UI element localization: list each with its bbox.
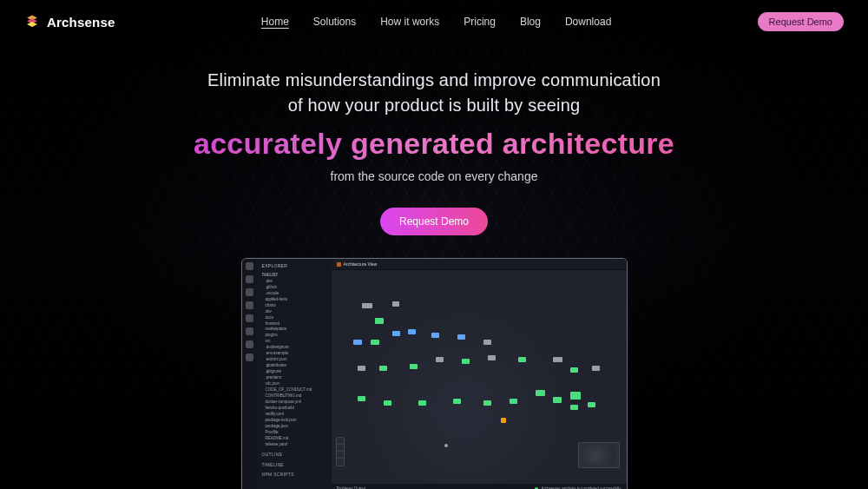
graph-node [510, 399, 517, 404]
activity-icon [246, 354, 253, 361]
tree-item: .github [262, 285, 327, 291]
graph-node [483, 340, 491, 345]
zoom-fit-button [337, 452, 344, 459]
graph-node [483, 400, 491, 406]
tree-item: vdc.json [262, 381, 327, 387]
graph-node [518, 357, 526, 362]
activity-icon [246, 275, 253, 283]
graph-node [553, 397, 562, 403]
section-timeline: TIMELINE [262, 462, 327, 469]
tree-item: .dockerignore [262, 345, 327, 351]
brand[interactable]: Archsense [24, 14, 115, 30]
graph-node [358, 366, 365, 371]
svg-marker-2 [27, 22, 37, 27]
graph-node [592, 366, 600, 371]
architecture-canvas [332, 270, 627, 484]
explorer-title: EXPLORER [262, 263, 327, 270]
graph-node [570, 392, 581, 400]
tree-root: THELIST [262, 273, 327, 279]
activity-icon [246, 301, 253, 309]
zoom-out-button [337, 445, 344, 452]
graph-node [536, 390, 545, 396]
tree-item: README.md [262, 436, 327, 442]
activity-icon [246, 288, 253, 296]
nav-links: Home Solutions How it works Pricing Blog… [261, 16, 612, 28]
brand-name: Archsense [47, 15, 115, 30]
tree-item: .gitattributes [262, 363, 327, 369]
nav-link-solutions[interactable]: Solutions [313, 16, 356, 28]
graph-node [501, 418, 506, 423]
activity-icon [246, 314, 253, 322]
tree-item: .env.example [262, 351, 327, 357]
graph-node [358, 396, 365, 401]
tree-item: docker-compose.yml [262, 400, 327, 406]
hero: Eliminate misunderstandings and improve … [0, 68, 868, 235]
graph-node [384, 400, 391, 406]
hero-request-demo-button[interactable]: Request Demo [380, 208, 488, 235]
top-nav: Archsense Home Solutions How it works Pr… [0, 0, 868, 43]
status-bar: Problems Output Archsense: analysis is c… [332, 484, 627, 489]
graph-node [436, 357, 444, 362]
nav-link-home[interactable]: Home [261, 16, 289, 28]
tree-item: plugins [262, 333, 327, 339]
tree-item: .prettierrc [262, 375, 327, 381]
graph-node [362, 303, 372, 308]
graph-node [353, 340, 362, 345]
graph-node [553, 357, 562, 362]
nav-link-how-it-works[interactable]: How it works [380, 16, 439, 28]
product-screenshot: EXPLORER THELIST .dev.github.vscodeappli… [241, 258, 628, 489]
graph-node [588, 402, 595, 407]
hero-title: accurately generated architecture [17, 127, 851, 161]
tree-item: Procfile [262, 430, 327, 436]
hero-lead-line1: Eliminate misunderstandings and improve … [17, 68, 851, 93]
tree-item: src [262, 339, 327, 345]
graph-node [418, 400, 426, 406]
tree-item: docs [262, 315, 327, 321]
graph-node [488, 355, 496, 360]
graph-node [453, 399, 461, 404]
graph-node [410, 364, 418, 369]
tree-item: frontend [262, 321, 327, 327]
hero-lead-line2: of how your product is built by seeing [17, 93, 851, 118]
editor-area: Architecture View [332, 259, 627, 489]
tree-item: netlify.toml [262, 412, 327, 418]
tree-item: CODE_OF_CONDUCT.md [262, 387, 327, 393]
tab-label: Architecture View [344, 261, 378, 267]
logo-icon [24, 14, 40, 30]
graph-node [457, 334, 465, 340]
section-npm: NPM SCRIPTS [262, 472, 327, 479]
tree-item: .dev [262, 279, 327, 285]
tree-item: CONTRIBUTING.md [262, 393, 327, 400]
section-outline: OUTLINE [262, 452, 327, 459]
graph-node [375, 318, 384, 324]
nav-link-blog[interactable]: Blog [520, 16, 541, 28]
tree-item: .gitignore [262, 369, 327, 375]
nav-request-demo-button[interactable]: Request Demo [758, 12, 844, 31]
graph-node [379, 366, 387, 371]
nav-link-download[interactable]: Download [565, 16, 611, 28]
tree-item: package.json [262, 424, 327, 430]
tree-item: applied-tests [262, 297, 327, 303]
tree-item: package-lock.json [262, 418, 327, 424]
tree-item: .eslintrc.json [262, 357, 327, 363]
graph-node [462, 359, 470, 364]
nav-link-pricing[interactable]: Pricing [464, 16, 496, 28]
tree-item: release.yaml [262, 442, 327, 448]
minimap [578, 442, 620, 468]
tree-item: .vscode [262, 291, 327, 297]
graph-node [444, 444, 448, 447]
zoom-controls [336, 437, 345, 466]
graph-node [392, 301, 399, 307]
activity-icon [246, 262, 253, 270]
zoom-in-button [337, 438, 344, 445]
activity-bar [242, 259, 258, 489]
graph-node [408, 329, 416, 334]
graph-node [431, 333, 439, 338]
graph-node [570, 405, 578, 410]
tree-item: marketplace [262, 327, 327, 333]
graph-node [392, 331, 400, 336]
activity-icon [246, 327, 253, 335]
graph-node [570, 367, 578, 373]
tree-item: heroku-postbuild [262, 406, 327, 412]
hero-subtitle: from the source code on every change [17, 169, 851, 183]
